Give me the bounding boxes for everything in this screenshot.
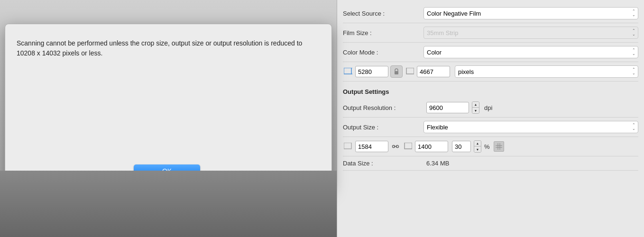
svg-rect-0 — [344, 68, 351, 74]
output-resize-icon — [343, 141, 353, 152]
output-size-row: Output Size : Flexible Full Auto Custom — [343, 118, 638, 137]
preview-area — [0, 171, 337, 237]
data-size-row: Data Size : 6.34 MB — [343, 156, 638, 171]
output-settings-header: Output Settings — [337, 83, 644, 98]
alert-dialog: Scanning cannot be performed unless the … — [5, 24, 332, 190]
resize-icon — [343, 66, 353, 77]
output-resolution-row: Output Resolution : ▲ ▼ dpi — [343, 98, 638, 118]
select-source-control: Color Negative Film Color Positive Film … — [423, 7, 638, 19]
select-source-label: Select Source : — [343, 10, 423, 17]
data-size-value: 6.34 MB — [426, 160, 449, 167]
output-height-input[interactable] — [415, 141, 448, 152]
film-size-control: 35mm Strip — [423, 27, 638, 39]
output-size-label: Output Size : — [343, 124, 423, 131]
link-resize-icon — [405, 66, 415, 77]
resolution-stepper[interactable]: ▲ ▼ — [472, 101, 479, 114]
data-size-label: Data Size : — [343, 160, 423, 167]
output-percent-input[interactable] — [452, 141, 471, 152]
lock-button[interactable] — [390, 65, 403, 78]
grid-icon — [494, 141, 504, 152]
color-mode-label: Color Mode : — [343, 49, 423, 56]
film-size-row: Film Size : 35mm Strip — [343, 23, 638, 43]
output-link-button[interactable] — [390, 141, 401, 152]
svg-point-6 — [393, 146, 395, 148]
resolution-input[interactable] — [426, 102, 469, 113]
output-size-control: Flexible Full Auto Custom — [423, 121, 638, 133]
dimensions-row: pixels inches cm — [343, 62, 638, 82]
output-link-resize-icon — [403, 141, 413, 152]
output-width-input[interactable] — [355, 141, 388, 152]
output-resolution-label: Output Resolution : — [343, 104, 423, 111]
resolution-up-button[interactable]: ▲ — [472, 102, 479, 108]
film-size-label: Film Size : — [343, 29, 423, 36]
right-panel: Select Source : Color Negative Film Colo… — [337, 0, 644, 237]
output-stepper[interactable]: ▲ ▼ — [474, 140, 481, 153]
height-input[interactable] — [417, 66, 450, 77]
width-input[interactable] — [355, 66, 388, 77]
output-dimensions-row: ▲ ▼ % — [343, 137, 638, 156]
resolution-unit: dpi — [484, 104, 492, 111]
select-source-row: Select Source : Color Negative Film Colo… — [343, 4, 638, 23]
color-mode-row: Color Mode : Color Grayscale Black & Whi… — [343, 43, 638, 62]
film-size-dropdown: 35mm Strip — [423, 27, 638, 39]
svg-rect-3 — [395, 71, 398, 74]
left-panel: Scanning cannot be performed unless the … — [0, 0, 337, 237]
svg-rect-4 — [406, 68, 414, 74]
select-source-dropdown[interactable]: Color Negative Film Color Positive Film … — [423, 7, 638, 19]
output-percent-unit: % — [484, 143, 490, 150]
color-mode-control: Color Grayscale Black & White — [423, 46, 638, 58]
svg-rect-8 — [405, 143, 412, 149]
dialog-message: Scanning cannot be performed unless the … — [17, 38, 317, 155]
output-size-dropdown[interactable]: Flexible Full Auto Custom — [423, 121, 638, 133]
output-down-button[interactable]: ▼ — [474, 146, 481, 152]
input-settings-section: Select Source : Color Negative Film Colo… — [337, 0, 644, 83]
output-up-button[interactable]: ▲ — [474, 141, 481, 146]
svg-point-7 — [396, 146, 399, 148]
unit-dropdown[interactable]: pixels inches cm — [455, 65, 638, 78]
output-settings-section: Output Resolution : ▲ ▼ dpi Output Size … — [337, 98, 644, 171]
resolution-down-button[interactable]: ▼ — [472, 108, 479, 113]
color-mode-dropdown[interactable]: Color Grayscale Black & White — [423, 46, 638, 58]
svg-rect-5 — [344, 143, 351, 149]
